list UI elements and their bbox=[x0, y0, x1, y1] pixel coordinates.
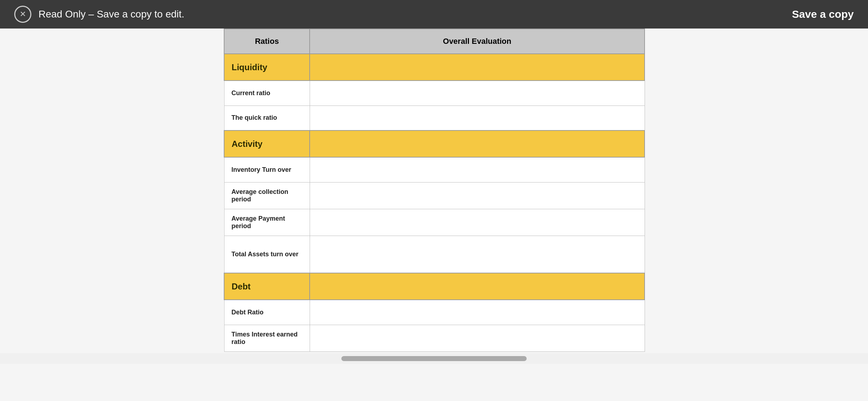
ratio-times-interest: Times Interest earned ratio bbox=[224, 325, 310, 351]
category-debt: Debt bbox=[224, 273, 645, 300]
category-activity: Activity bbox=[224, 130, 645, 157]
category-debt-label: Debt bbox=[224, 273, 310, 300]
read-only-label: Read Only – Save a copy to edit. bbox=[38, 9, 184, 20]
eval-current-ratio bbox=[310, 81, 645, 106]
table-row: The quick ratio bbox=[224, 106, 645, 130]
table-wrapper: Ratios Overall Evaluation Liquidity Curr… bbox=[224, 29, 644, 352]
header-evaluation: Overall Evaluation bbox=[310, 29, 645, 54]
category-debt-eval bbox=[310, 273, 645, 300]
horizontal-scrollbar-area bbox=[0, 353, 868, 364]
ratio-total-assets-turnover: Total Assets turn over bbox=[224, 236, 310, 273]
top-bar: ✕ Read Only – Save a copy to edit. Save … bbox=[0, 0, 868, 29]
ratios-table: Ratios Overall Evaluation Liquidity Curr… bbox=[224, 29, 645, 352]
category-liquidity-eval bbox=[310, 54, 645, 81]
table-row: Average Payment period bbox=[224, 209, 645, 236]
table-row: Current ratio bbox=[224, 81, 645, 106]
top-bar-left: ✕ Read Only – Save a copy to edit. bbox=[14, 6, 184, 23]
eval-avg-collection bbox=[310, 182, 645, 209]
category-activity-eval bbox=[310, 130, 645, 157]
ratio-quick-ratio: The quick ratio bbox=[224, 106, 310, 130]
close-button[interactable]: ✕ bbox=[14, 6, 31, 23]
eval-avg-payment bbox=[310, 209, 645, 236]
horizontal-scrollbar-track[interactable] bbox=[341, 356, 527, 361]
table-row: Inventory Turn over bbox=[224, 157, 645, 182]
table-row: Average collection period bbox=[224, 182, 645, 209]
ratio-avg-collection: Average collection period bbox=[224, 182, 310, 209]
ratio-debt-ratio: Debt Ratio bbox=[224, 300, 310, 325]
eval-quick-ratio bbox=[310, 106, 645, 130]
category-activity-label: Activity bbox=[224, 130, 310, 157]
eval-times-interest bbox=[310, 325, 645, 351]
category-liquidity-label: Liquidity bbox=[224, 54, 310, 81]
ratio-inventory-turnover: Inventory Turn over bbox=[224, 157, 310, 182]
main-content: Ratios Overall Evaluation Liquidity Curr… bbox=[0, 29, 868, 401]
table-row: Total Assets turn over bbox=[224, 236, 645, 273]
eval-total-assets-turnover bbox=[310, 236, 645, 273]
ratio-avg-payment: Average Payment period bbox=[224, 209, 310, 236]
eval-inventory-turnover bbox=[310, 157, 645, 182]
save-copy-button[interactable]: Save a copy bbox=[792, 8, 854, 20]
ratio-current-ratio: Current ratio bbox=[224, 81, 310, 106]
category-liquidity: Liquidity bbox=[224, 54, 645, 81]
eval-debt-ratio bbox=[310, 300, 645, 325]
header-ratios: Ratios bbox=[224, 29, 310, 54]
table-row: Times Interest earned ratio bbox=[224, 325, 645, 351]
table-row: Debt Ratio bbox=[224, 300, 645, 325]
